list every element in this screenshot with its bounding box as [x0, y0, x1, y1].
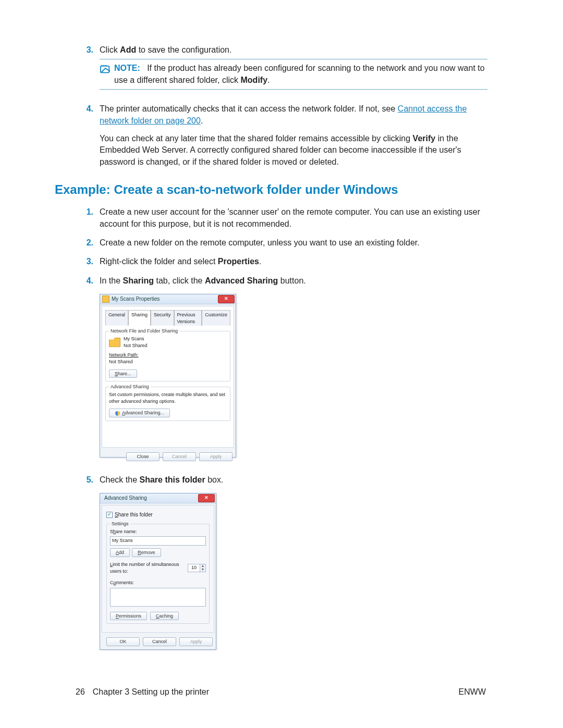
step-3-post: to save the configuration.: [136, 45, 231, 54]
share-name-label: Share name:Share name:: [110, 528, 206, 535]
properties-dialog: My Scans Properties ✕ General Sharing Se…: [100, 294, 236, 458]
limit-users-label: Limit the number of simultaneous users t…: [110, 561, 188, 574]
step-4-para2-bold: Verify: [413, 134, 436, 143]
wstep-3-body: Right-click the folder and select Proper…: [100, 256, 487, 267]
note-box: NOTE: If the product has already been co…: [100, 59, 487, 90]
advanced-sharing-title: Advanced Sharing: [102, 495, 198, 502]
group-settings-title: Settings: [110, 521, 130, 527]
note-body-pre: If the product has already been configur…: [114, 64, 485, 84]
wstep-2-number: 2.: [76, 237, 100, 249]
step-4: 4. The printer automatically checks that…: [76, 103, 487, 168]
wstep-3-post: .: [259, 257, 261, 266]
share-name-field[interactable]: My Scans: [110, 536, 206, 546]
document-page: 3. Click Add to save the configuration. …: [0, 0, 563, 659]
remove-button[interactable]: RemoveRemove: [132, 548, 161, 557]
group-advanced-sharing-desc: Set custom permissions, create multiple …: [109, 391, 227, 404]
folder-icon: [109, 338, 120, 347]
step-3: 3. Click Add to save the configuration. …: [76, 44, 487, 96]
properties-footer: Close Cancel Apply: [100, 449, 236, 464]
network-path-value: Not Shared: [109, 359, 133, 364]
comments-label: Comments:Comments:: [110, 579, 206, 586]
note-text: NOTE: If the product has already been co…: [114, 63, 487, 86]
close-icon[interactable]: ✕: [218, 295, 235, 303]
wstep-3: 3. Right-click the folder and select Pro…: [76, 256, 487, 267]
tab-security[interactable]: Security: [151, 310, 174, 326]
shield-icon: [115, 411, 120, 416]
cancel-button[interactable]: Cancel: [143, 637, 176, 646]
properties-title: My Scans Properties: [112, 295, 218, 303]
section-heading: Example: Create a scan-to-network folder…: [55, 182, 487, 197]
wstep-4-bold1: Sharing: [123, 276, 154, 285]
group-network-sharing-title: Network File and Folder Sharing: [109, 328, 179, 335]
limit-users-stepper[interactable]: 10 ▲▼: [188, 564, 206, 572]
wstep-5-pre: Check the: [100, 475, 139, 484]
wstep-1: 1. Create a new user account for the 'sc…: [76, 206, 487, 230]
network-path-label: Network Path:: [109, 352, 139, 357]
group-network-sharing: Network File and Folder Sharing My Scans…: [105, 331, 230, 381]
ok-button[interactable]: OK: [106, 637, 140, 646]
step-3-body: Click Add to save the configuration. NOT…: [100, 44, 487, 96]
apply-button[interactable]: Apply: [179, 637, 213, 646]
tab-general[interactable]: General: [105, 310, 128, 326]
group-advanced-sharing-title: Advanced Sharing: [109, 384, 151, 390]
footer-right: ENWW: [459, 687, 486, 697]
step-3-bold: Add: [120, 45, 136, 54]
advanced-sharing-body: ✓ Share this folderShare this folder Set…: [102, 505, 214, 633]
share-button[interactable]: SShare...hare...: [109, 369, 137, 378]
share-this-folder-checkbox[interactable]: ✓ Share this folderShare this folder: [106, 511, 153, 519]
page-footer: 26 Chapter 3 Setting up the printer ENWW: [76, 687, 486, 697]
note-label: NOTE:: [114, 64, 140, 72]
close-button[interactable]: Close: [126, 452, 160, 461]
comments-field[interactable]: [110, 588, 206, 607]
step-3-number: 3.: [76, 44, 100, 96]
note-icon: [100, 64, 111, 75]
limit-users-value: 10: [188, 564, 200, 571]
wstep-5-number: 5.: [76, 474, 100, 659]
page-number: 26: [76, 687, 85, 697]
wstep-4-body: In the Sharing tab, click the Advanced S…: [100, 275, 487, 467]
folder-icon: [102, 295, 109, 303]
wstep-5: 5. Check the Share this folder box. Adva…: [76, 474, 487, 659]
folder-shared-status: Not Shared: [124, 342, 148, 349]
wstep-2: 2. Create a new folder on the remote com…: [76, 237, 487, 249]
windows-steps: 1. Create a new user account for the 'sc…: [76, 206, 487, 659]
wstep-3-number: 3.: [76, 256, 100, 267]
add-button[interactable]: AddAdd: [110, 548, 130, 557]
note-body-bold: Modify: [241, 76, 268, 84]
step-4-post: .: [201, 116, 203, 125]
properties-titlebar: My Scans Properties ✕: [100, 294, 236, 304]
chapter-label: Chapter 3 Setting up the printer: [93, 687, 209, 697]
folder-row: My Scans Not Shared: [109, 336, 227, 349]
chevron-down-icon[interactable]: ▼: [200, 568, 205, 572]
step-3-pre: Click: [100, 45, 120, 54]
wstep-1-number: 1.: [76, 206, 100, 230]
wstep-3-bold: Properties: [218, 257, 259, 266]
advanced-sharing-dialog: Advanced Sharing ✕ ✓ Share this folderSh…: [100, 493, 216, 649]
caching-button[interactable]: CachingCaching: [150, 612, 179, 621]
advanced-sharing-button[interactable]: Advanced Sharing...Advanced Sharing...: [109, 409, 170, 417]
advanced-sharing-titlebar: Advanced Sharing ✕: [100, 493, 216, 503]
wstep-4: 4. In the Sharing tab, click the Advance…: [76, 275, 487, 467]
permissions-button[interactable]: PermissionsPermissions: [110, 612, 147, 621]
group-advanced-sharing: Advanced Sharing Set custom permissions,…: [105, 387, 230, 421]
tab-customize[interactable]: Customize: [202, 310, 230, 326]
wstep-5-bold: Share this folder: [139, 475, 205, 484]
wstep-2-body: Create a new folder on the remote comput…: [100, 237, 487, 249]
close-icon[interactable]: ✕: [198, 494, 215, 502]
wstep-4-mid: tab, click the: [154, 276, 205, 285]
checkbox-icon: ✓: [106, 512, 113, 518]
cancel-button[interactable]: Cancel: [163, 452, 196, 461]
wstep-4-bold2: Advanced Sharing: [205, 276, 278, 285]
wstep-3-pre: Right-click the folder and select: [100, 257, 218, 266]
wstep-4-number: 4.: [76, 275, 100, 467]
wstep-1-body: Create a new user account for the 'scann…: [100, 206, 487, 230]
step-4-number: 4.: [76, 103, 100, 168]
apply-button[interactable]: Apply: [199, 452, 232, 461]
step-4-para2-pre: You can check at any later time that the…: [100, 134, 413, 143]
tab-strip: General Sharing Security Previous Versio…: [105, 310, 230, 326]
properties-body: General Sharing Security Previous Versio…: [102, 306, 234, 448]
tab-sharing[interactable]: Sharing: [128, 310, 151, 326]
folder-name-value: My Scans: [124, 336, 148, 342]
folder-info: My Scans Not Shared: [124, 336, 148, 349]
tab-previous-versions[interactable]: Previous Versions: [174, 310, 202, 326]
